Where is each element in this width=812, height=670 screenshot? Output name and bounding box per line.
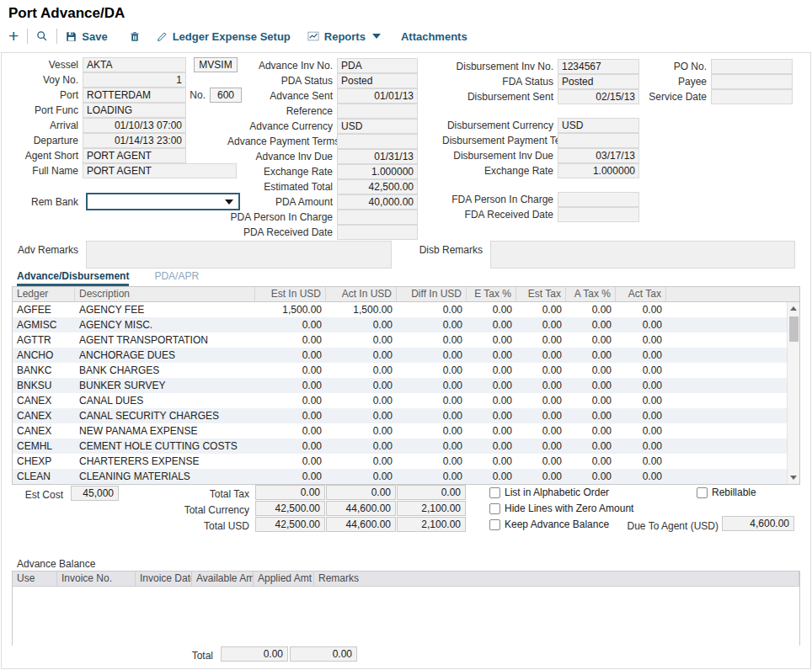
ledger-row[interactable]: CEMHLCEMENT HOLE CUTTING COSTS0.000.000.… [13,439,799,454]
service-date-field[interactable] [711,89,793,104]
voy-no-field[interactable]: 1 [83,72,186,88]
rebillable-label: Rebillable [712,487,756,498]
ledger-expense-setup-button[interactable]: Ledger Expense Setup [157,30,291,43]
ledger-row-filler [666,302,799,317]
vessel-field[interactable]: AKTA [83,57,186,72]
ledger-cell: 0.00 [326,393,397,408]
pda-amount-label: PDA Amount [227,194,337,210]
scrollbar-thumb[interactable] [789,316,799,342]
disbursement-inv-due-field[interactable]: 03/17/13 [558,148,639,163]
arrival-label: Arrival [3,118,83,133]
ledger-cell: 0.00 [397,439,467,454]
advance-exchange-rate-field[interactable]: 1.000000 [337,164,418,179]
reports-button[interactable]: Reports [307,30,381,43]
scroll-up-icon[interactable] [790,306,797,311]
attachments-button[interactable]: Attachments [401,30,467,43]
pda-person-in-charge-field[interactable] [337,210,418,225]
ledger-row[interactable]: CANEXCANAL SECURITY CHARGES0.000.000.000… [13,408,799,423]
po-no-field[interactable] [711,59,793,74]
advance-inv-no-label: Advance Inv No. [227,58,337,73]
ledger-column-header: Act Tax [616,287,666,301]
payee-field[interactable] [711,74,793,89]
vertical-scrollbar[interactable] [787,302,799,484]
ledger-row[interactable]: ANCHOANCHORAGE DUES0.000.000.000.000.000… [13,348,799,363]
ledger-row[interactable]: AGMISCAGENCY MISC.0.000.000.000.000.000.… [13,317,799,332]
ledger-row-filler [666,317,799,332]
ledger-row[interactable]: CANEXNEW PANAMA EXPENSE0.000.000.000.000… [13,423,799,439]
disbursement-currency-label: Disbursement Currency [442,118,558,133]
disbursement-inv-no-field[interactable]: 1234567 [558,59,639,74]
full-name-field[interactable]: PORT AGENT [83,163,237,178]
ledger-column-header: E Tax % [467,287,516,301]
pda-status-field[interactable]: Posted [337,73,418,88]
disbursement-inv-due-label: Disbursement Inv Due [442,148,558,163]
advance-balance-total-applied: 0.00 [290,646,357,662]
fda-status-field[interactable]: Posted [558,74,639,89]
disbursement-currency-field[interactable]: USD [558,118,639,133]
advance-inv-due-field[interactable]: 01/31/13 [337,149,418,164]
disbursement-exchange-rate-field[interactable]: 1.000000 [558,163,639,178]
keep-advance-checkbox[interactable] [489,519,500,530]
rebillable-checkbox[interactable] [697,487,708,498]
scroll-down-icon[interactable] [790,476,797,480]
ledger-cell: 0.00 [516,363,566,378]
departure-field[interactable]: 01/14/13 23:00 [83,133,186,148]
ledger-column-header: Est In USD [255,287,326,301]
est-cost-field[interactable]: 45,000 [71,486,119,501]
list-alphabetic-checkbox[interactable] [489,487,500,498]
advance-balance-total-label: Total [152,648,217,663]
ledger-row[interactable]: BNKSUBUNKER SURVEY0.000.000.000.000.000.… [13,378,799,393]
ledger-cell: 0.00 [467,423,516,439]
ledger-row[interactable]: AGFEEAGENCY FEE1,500.001,500.000.000.000… [13,302,799,317]
ledger-cell: BUNKER SURVEY [75,378,255,393]
advance-payment-terms-field[interactable] [337,134,418,149]
tab-advance-disbursement[interactable]: Advance/Disbursement [17,270,129,286]
ledger-cell: 1,500.00 [326,302,397,317]
advance-balance-body [13,587,799,646]
ledger-row-filler [666,454,799,469]
adv-remarks-field[interactable] [86,241,392,269]
disbursement-payment-terms-field[interactable] [558,133,639,148]
reference-field[interactable] [337,104,418,119]
pencil-icon [157,31,168,42]
reference-label: Reference [227,104,337,119]
ledger-cell: 0.00 [516,348,566,363]
delete-button[interactable] [130,31,140,42]
ledger-row-filler [666,469,799,484]
ledger-cell: CANEX [13,423,75,439]
hide-zero-checkbox[interactable] [489,503,500,514]
rem-bank-dropdown[interactable] [86,193,240,210]
ledger-cell: 0.00 [616,317,666,332]
new-button[interactable]: + [8,29,19,44]
advance-inv-no-field[interactable]: PDA [337,58,418,73]
agent-short-field[interactable]: PORT AGENT [83,148,186,163]
advance-sent-field[interactable]: 01/01/13 [337,88,418,104]
search-button[interactable] [36,30,48,42]
advance-balance-column-header: Invoice Date [136,572,192,586]
tab-pda-apr[interactable]: PDA/APR [154,270,199,286]
advance-balance-column-header: Remarks [314,572,799,586]
fda-received-date-field[interactable] [558,207,639,222]
ledger-row[interactable]: CANEXCANAL DUES0.000.000.000.000.000.000… [13,393,799,408]
ledger-row[interactable]: AGTTRAGENT TRANSPORTATION0.000.000.000.0… [13,332,799,348]
port-func-field[interactable]: LOADING [83,103,186,118]
keep-advance-row: Keep Advance Balance [489,518,609,531]
pda-amount-field[interactable]: 40,000.00 [337,194,418,210]
disb-remarks-field[interactable] [490,241,795,269]
advance-currency-field[interactable]: USD [337,119,418,134]
save-button[interactable]: Save [66,30,107,43]
port-label: Port [3,88,83,103]
ledger-row[interactable]: CLEANCLEANING MATERIALS0.000.000.000.000… [13,469,799,484]
disbursement-column: Disbursement Inv No. 1234567 FDA Status … [442,59,646,222]
ledger-column-header: A Tax % [566,287,616,301]
port-field[interactable]: ROTTERDAM [83,88,186,103]
pda-received-date-field[interactable] [337,225,418,240]
due-to-agent-label: Due To Agent (USD) [594,518,719,534]
ledger-cell: 0.00 [326,454,397,469]
arrival-field[interactable]: 01/10/13 07:00 [83,118,186,133]
ledger-row[interactable]: CHEXPCHARTERERS EXPENSE0.000.000.000.000… [13,454,799,469]
disbursement-sent-field[interactable]: 02/15/13 [558,89,639,104]
fda-person-in-charge-field[interactable] [558,192,639,207]
ledger-cell: 0.00 [516,378,566,393]
ledger-row[interactable]: BANKCBANK CHARGES0.000.000.000.000.000.0… [13,363,799,378]
